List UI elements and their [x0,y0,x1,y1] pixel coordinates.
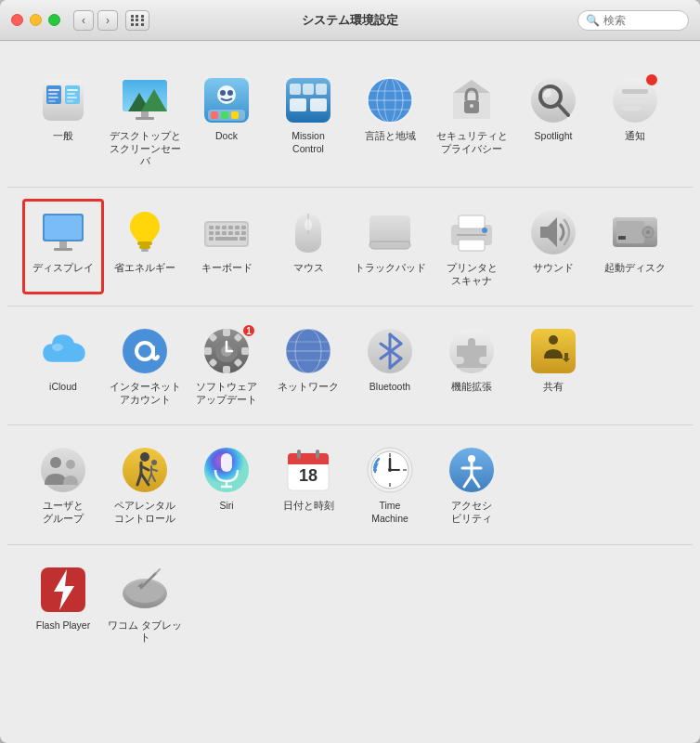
svg-rect-96 [204,347,212,355]
section-other: Flash Player [7,545,693,663]
item-sharing[interactable]: 共有 [512,318,594,413]
svg-rect-134 [316,450,319,459]
software-label: ソフトウェアアップデート [196,381,257,406]
svg-rect-72 [240,237,246,241]
icloud-icon [37,325,89,377]
svg-point-91 [123,329,167,373]
svg-rect-75 [369,215,410,249]
item-display[interactable]: ディスプレイ [22,199,104,294]
item-startup[interactable]: 起動ディスク [594,199,676,294]
back-button[interactable]: ‹ [73,10,94,31]
svg-point-82 [482,228,487,233]
mission-label: MissionControl [292,130,325,155]
maximize-button[interactable] [48,14,60,26]
item-dock[interactable]: Dock [186,67,267,176]
grid-view-button[interactable] [125,10,149,31]
siri-label: Siri [219,500,233,513]
svg-point-124 [151,460,157,465]
svg-point-40 [470,104,473,108]
item-mouse[interactable]: マウス [267,199,349,294]
item-sound[interactable]: サウンド [512,199,594,294]
item-keyboard[interactable]: キーボード [186,199,267,294]
svg-rect-54 [139,245,150,249]
svg-rect-64 [209,231,214,235]
close-button[interactable] [11,14,23,26]
item-printer[interactable]: プリンタとスキャナ [431,199,512,294]
svg-rect-63 [241,226,246,229]
mouse-icon [282,206,334,258]
item-trackpad[interactable]: トラックパッド [349,199,431,294]
svg-point-143 [388,468,392,472]
parental-label: ペアレンタルコントロール [114,500,175,525]
timemachine-label: TimeMachine [371,500,408,525]
minimize-button[interactable] [30,14,42,26]
item-accessibility[interactable]: アクセシビリティ [431,437,512,532]
item-users[interactable]: ユーザとグループ [22,437,104,532]
item-spotlight[interactable]: Spotlight [512,67,594,176]
keyboard-label: キーボード [201,262,253,275]
desktop-label: デスクトップとスクリーンセーバ [108,130,182,168]
svg-point-119 [41,448,85,492]
network-icon [282,325,334,377]
bluetooth-label: Bluetooth [369,381,410,394]
svg-rect-60 [222,226,227,229]
svg-rect-20 [221,111,228,119]
svg-point-121 [66,460,75,469]
svg-rect-94 [223,329,230,336]
svg-rect-59 [215,226,220,229]
system-preferences-window: ‹ › システム環境設定 🔍 [0,0,700,743]
svg-rect-5 [48,100,56,102]
item-internet[interactable]: インターネットアカウント [104,318,186,413]
item-icloud[interactable]: iCloud [22,318,104,413]
item-parental[interactable]: ペアレンタルコントロール [104,437,186,532]
item-energy[interactable]: 省エネルギー [104,199,186,294]
item-wacom[interactable]: ワコム タブレット [104,556,186,652]
section-system: ユーザとグループ [7,425,693,544]
svg-rect-15 [141,111,149,117]
users-label: ユーザとグループ [43,500,84,525]
sharing-label: 共有 [543,381,564,394]
svg-rect-67 [228,231,233,235]
spotlight-label: Spotlight [535,130,573,143]
search-input[interactable] [603,14,681,27]
notification-label: 通知 [625,130,645,143]
accessibility-label: アクセシビリティ [451,500,492,525]
icloud-label: iCloud [49,381,77,394]
item-general[interactable]: 一般 [22,67,104,176]
printer-icon [446,206,498,258]
item-timemachine[interactable]: TimeMachine [349,437,431,532]
svg-point-74 [305,219,312,230]
svg-point-23 [220,90,226,96]
item-bluetooth[interactable]: Bluetooth [349,318,431,413]
network-label: ネットワーク [278,381,339,394]
svg-rect-53 [137,241,152,245]
hardware-grid: ディスプレイ 省エネルギー [22,199,678,294]
item-siri[interactable]: Siri [186,437,267,532]
item-language[interactable]: 言語と地域 [349,67,431,176]
siri-icon [201,444,253,496]
energy-label: 省エネルギー [114,262,175,275]
search-box[interactable]: 🔍 [577,10,689,31]
svg-rect-4 [48,97,58,98]
display-label: ディスプレイ [32,262,94,275]
item-datetime[interactable]: 18 日付と時刻 [267,437,349,532]
item-flash[interactable]: Flash Player [22,556,104,652]
item-extensions[interactable]: 機能拡張 [431,318,512,413]
item-software[interactable]: 1 ソフトウェアアップデート [186,318,267,413]
item-security[interactable]: セキュリティとプライバシー [431,67,512,176]
item-network[interactable]: ネットワーク [267,318,349,413]
item-mission[interactable]: MissionControl [267,67,349,176]
svg-rect-19 [211,111,218,119]
svg-rect-27 [310,98,327,111]
svg-rect-29 [303,84,314,95]
keyboard-icon [201,206,253,258]
svg-text:18: 18 [299,466,318,485]
forward-button[interactable]: › [97,10,118,31]
item-notification[interactable]: 通知 [594,67,676,176]
svg-point-118 [549,335,558,345]
system-grid: ユーザとグループ [22,437,678,532]
datetime-label: 日付と時刻 [283,500,334,513]
item-desktop[interactable]: デスクトップとスクリーンセーバ [104,67,186,176]
svg-rect-61 [228,226,233,229]
svg-rect-58 [209,226,214,229]
